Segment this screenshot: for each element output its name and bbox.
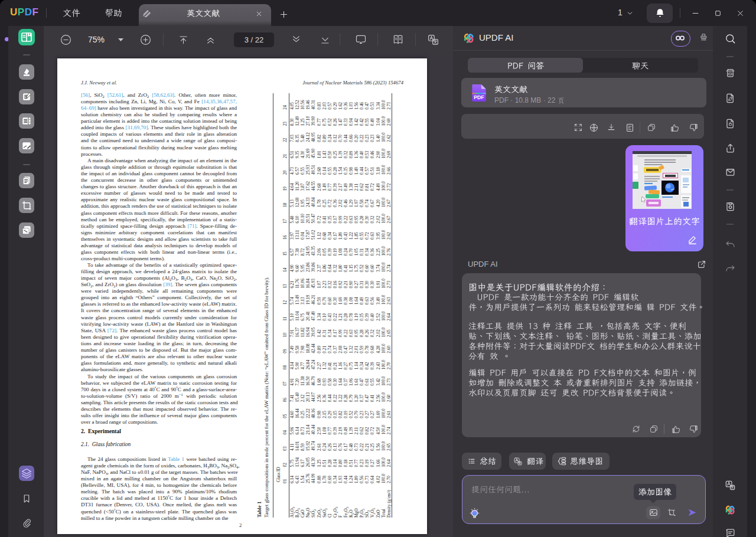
svg-text:OCR: OCR (728, 73, 732, 76)
svg-text:PDF: PDF (474, 94, 484, 100)
